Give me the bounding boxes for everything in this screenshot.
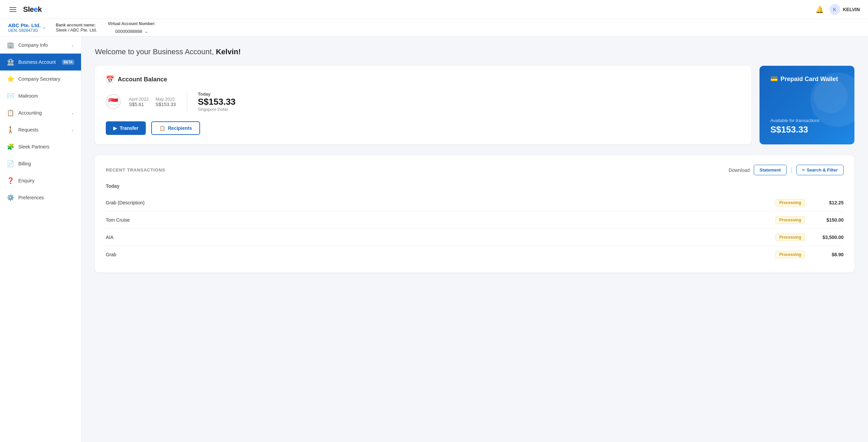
sidebar-item-enquiry[interactable]: ❓ Enquiry — [0, 172, 81, 189]
transaction-amount: $12.25 — [813, 200, 844, 205]
company-name: ABC Pte. Ltd. — [8, 22, 41, 28]
transactions-title: RECENT TRANSACTIONS — [106, 167, 165, 173]
statement-button[interactable]: Statement — [754, 165, 787, 175]
sidebar-item-mailroom[interactable]: ✉️ Mailroom — [0, 87, 81, 104]
today-label: Today — [198, 92, 236, 97]
sidebar-label: Enquiry — [18, 178, 74, 183]
today-currency: Singapore Dollar — [198, 107, 236, 112]
company-uen: UEN: 5928473G — [8, 28, 41, 33]
transaction-rows: Grab (Description) Processing $12.25 Tom… — [106, 194, 844, 263]
transaction-name: AIA — [106, 235, 114, 240]
sidebar-item-billing[interactable]: 📄 Billing — [0, 155, 81, 172]
transaction-name: Grab — [106, 252, 116, 257]
beta-badge: BETA — [62, 60, 74, 65]
status-badge: Processing — [775, 234, 805, 241]
recipients-icon: 📋 — [159, 125, 165, 131]
may-label: May 2022 — [156, 97, 176, 102]
main-layout: 🏢 Company Info ⌄ 🏦 Business Account BETA… — [0, 37, 868, 442]
chevron-down-icon: ⌄ — [71, 110, 74, 115]
top-nav-right: 🔔 K KELVIN — [815, 4, 860, 15]
star-icon: ⭐ — [7, 75, 14, 83]
may-amount: May 2022 S$153.33 — [156, 97, 176, 107]
sidebar-label: Mailroom — [18, 93, 74, 99]
bank-account-value: Sleek / ABC Pte. Ltd. — [56, 27, 97, 33]
table-row: Grab Processing $8.90 — [106, 246, 844, 263]
hamburger-menu[interactable] — [8, 6, 18, 13]
sidebar-item-company-info[interactable]: 🏢 Company Info ⌄ — [0, 37, 81, 54]
sidebar-label: Company Info — [18, 42, 67, 48]
transaction-right: Processing $3,500.00 — [775, 234, 844, 241]
bank-account-field: Bank account name: Sleek / ABC Pte. Ltd. — [56, 23, 97, 33]
sidebar: 🏢 Company Info ⌄ 🏦 Business Account BETA… — [0, 37, 81, 442]
transactions-card: RECENT TRANSACTIONS Download Statement |… — [95, 155, 854, 273]
chevron-down-icon: ⌄ — [71, 127, 74, 132]
transaction-amount: $3,500.00 — [813, 235, 844, 240]
sidebar-label: Accounting — [18, 110, 67, 116]
table-row: Tom Cruise Processing $150.00 — [106, 212, 844, 229]
prepaid-balance: Available for transactions S$153.33 — [770, 111, 844, 135]
vertical-divider — [187, 92, 187, 112]
welcome-name: Kelvin! — [216, 47, 241, 56]
sidebar-item-sleek-partners[interactable]: 🧩 Sleek Partners — [0, 138, 81, 155]
transfer-button[interactable]: ▶ Transfer — [106, 121, 146, 135]
search-filter-button[interactable]: ≡ Search & Filter — [796, 165, 844, 175]
notification-bell-icon[interactable]: 🔔 — [815, 5, 824, 14]
recipients-button[interactable]: 📋 Recipients — [151, 121, 200, 135]
balance-amounts: 🇸🇬 April 2022 S$5.61 May 2022 S$153.33 — [106, 92, 741, 112]
virtual-account-field: Virtual Account Number: 00000088888 ⌄ — [108, 21, 156, 34]
question-icon: ❓ — [7, 177, 14, 184]
status-badge: Processing — [775, 216, 805, 224]
user-menu[interactable]: K KELVIN — [829, 4, 860, 15]
chevron-down-icon: ⌄ — [71, 43, 74, 47]
sidebar-item-accounting[interactable]: 📋 Accounting ⌄ — [0, 104, 81, 121]
table-row: Grab (Description) Processing $12.25 — [106, 194, 844, 212]
today-value: S$153.33 — [198, 97, 236, 107]
virtual-account-value: 00000088888 ⌄ — [115, 29, 148, 34]
transaction-right: Processing $12.25 — [775, 199, 844, 206]
virtual-account-chevron-icon[interactable]: ⌄ — [144, 29, 148, 34]
singapore-flag-icon: 🇸🇬 — [106, 94, 121, 109]
table-row: AIA Processing $3,500.00 — [106, 229, 844, 246]
sidebar-item-preferences[interactable]: ⚙️ Preferences — [0, 189, 81, 206]
sidebar-label: Requests — [18, 127, 67, 133]
company-info-bar: ABC Pte. Ltd. UEN: 5928473G › — [8, 22, 45, 33]
sidebar-label: Billing — [18, 161, 74, 166]
bank-account-label: Bank account name: — [56, 23, 97, 27]
transactions-actions: Download Statement | ≡ Search & Filter — [729, 165, 844, 175]
sidebar-label: Business Account — [18, 59, 57, 65]
balance-title: 📅 Account Balance — [106, 75, 741, 83]
top-nav-left: Sleek — [8, 5, 42, 14]
transactions-header: RECENT TRANSACTIONS Download Statement |… — [106, 165, 844, 175]
receipt-icon: 📋 — [7, 109, 14, 117]
sidebar-label: Sleek Partners — [18, 144, 74, 149]
prepaid-card-widget: 💳 Prepaid Card Wallet Available for tran… — [760, 66, 854, 144]
sidebar-item-business-account[interactable]: 🏦 Business Account BETA — [0, 54, 81, 71]
sidebar-item-requests[interactable]: 🚶 Requests ⌄ — [0, 121, 81, 138]
transaction-name: Grab (Description) — [106, 200, 144, 205]
filter-icon: ≡ — [802, 167, 805, 173]
partners-icon: 🧩 — [7, 143, 14, 150]
sidebar-label: Preferences — [18, 195, 74, 200]
person-icon: 🚶 — [7, 126, 14, 134]
company-chevron-icon[interactable]: › — [43, 25, 45, 31]
avatar: K — [829, 4, 840, 15]
pipe-divider: | — [791, 166, 792, 174]
account-balance-card: 📅 Account Balance 🇸🇬 April 2022 S$5.61 M… — [95, 66, 751, 144]
balance-row: 📅 Account Balance 🇸🇬 April 2022 S$5.61 M… — [95, 66, 854, 144]
settings-icon: ⚙️ — [7, 194, 14, 201]
download-link[interactable]: Download — [729, 167, 750, 173]
transaction-name: Tom Cruise — [106, 217, 130, 223]
virtual-account-label: Virtual Account Number: — [108, 21, 156, 26]
may-value: S$153.33 — [156, 102, 176, 107]
welcome-message: Welcome to your Business Account, Kelvin… — [95, 47, 854, 56]
transaction-amount: $150.00 — [813, 217, 844, 223]
sidebar-item-company-secretary[interactable]: ⭐ Company Secretary — [0, 71, 81, 87]
status-badge: Processing — [775, 251, 805, 258]
sidebar-label: Company Secretary — [18, 76, 74, 82]
main-content: Welcome to your Business Account, Kelvin… — [81, 37, 868, 442]
company-details: ABC Pte. Ltd. UEN: 5928473G — [8, 22, 41, 33]
today-section-label: Today — [106, 183, 844, 189]
status-badge: Processing — [775, 199, 805, 206]
transaction-right: Processing $8.90 — [775, 251, 844, 258]
building-icon: 🏢 — [7, 41, 14, 49]
